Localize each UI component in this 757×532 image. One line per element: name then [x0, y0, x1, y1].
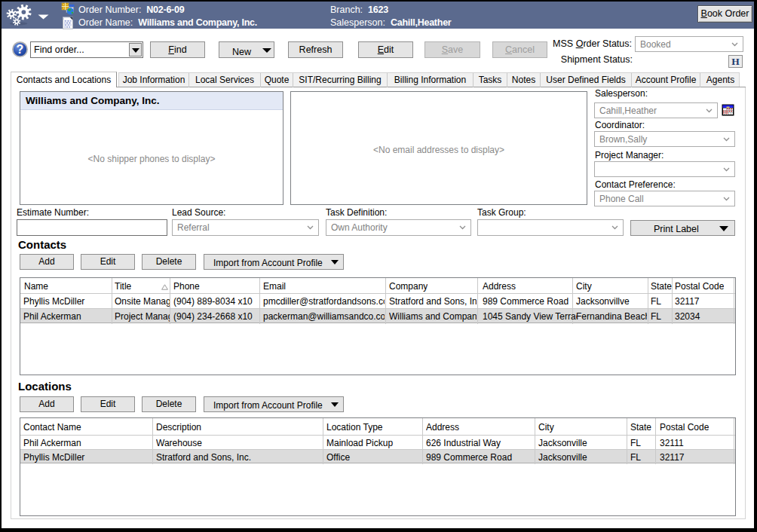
svg-text:?: ? [17, 43, 24, 56]
